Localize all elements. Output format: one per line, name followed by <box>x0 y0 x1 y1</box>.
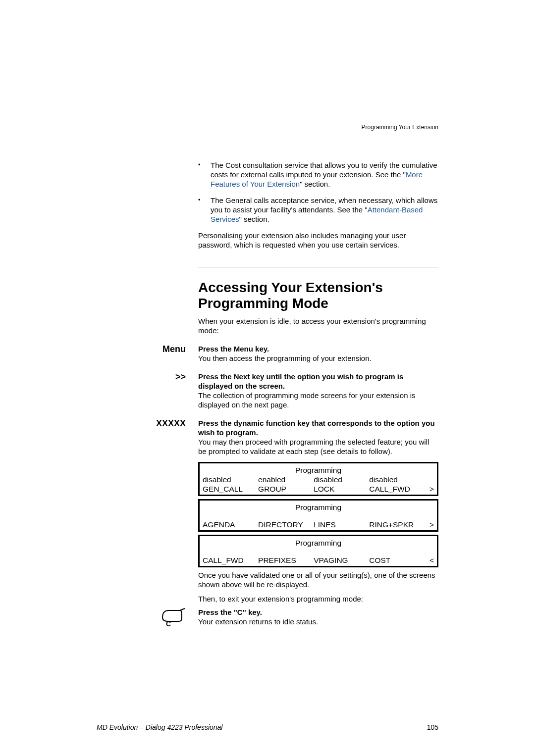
step-label-next: >> <box>97 372 198 382</box>
section-intro: When your extension is idle, to access y… <box>198 316 438 335</box>
bullet-item: • The General calls acceptance service, … <box>198 196 438 224</box>
lcd-screen-3: Programming CALL_FWD PREFIXES VPAGING CO… <box>198 535 438 567</box>
bullet-dot: • <box>198 160 211 169</box>
step-menu-text: You then access the programming of your … <box>198 353 438 363</box>
lcd-cell: DIRECTORY <box>258 520 311 529</box>
c-key-icon: C <box>161 618 186 628</box>
step-dynamic: XXXXX Press the dynamic function key tha… <box>97 418 438 604</box>
after-screens-text: Once you have validated one or all of yo… <box>198 570 438 589</box>
step-menu-bold: Press the Menu key. <box>198 344 438 353</box>
lcd-cell: GEN_CALL <box>203 484 256 494</box>
exit-intro-text: Then, to exit your extension's programmi… <box>198 594 438 604</box>
lcd-screen-1: Programming disabled enabled disabled di… <box>198 462 438 496</box>
lcd-cell: CALL_FWD <box>203 555 256 565</box>
step-menu: Menu Press the Menu key. You then access… <box>97 344 438 363</box>
lcd-title: Programming <box>203 503 434 512</box>
page-footer: MD Evolution – Dialog 4223 Professional … <box>97 723 438 731</box>
bullet-text: The Cost consultation service that allow… <box>211 160 438 189</box>
step-next-text: The collection of programming mode scree… <box>198 391 438 409</box>
lcd-cell: LOCK <box>314 484 367 494</box>
step-next-bold: Press the Next key until the option you … <box>198 372 438 391</box>
lcd-title: Programming <box>203 538 434 548</box>
intro-paragraph: Personalising your extension also includ… <box>198 231 438 250</box>
lcd-cell: COST <box>369 555 422 565</box>
bullet-item: • The Cost consultation service that all… <box>198 160 438 189</box>
section-divider <box>198 267 438 267</box>
c-key-bold: Press the "C" key. <box>198 607 438 617</box>
lcd-arrow-right-icon: > <box>425 484 434 494</box>
lcd-cell: disabled <box>314 475 367 484</box>
footer-product: MD Evolution – Dialog 4223 Professional <box>97 723 222 731</box>
lcd-screen-2: Programming AGENDA DIRECTORY LINES RING+… <box>198 499 438 532</box>
lcd-cell: LINES <box>314 520 367 529</box>
section-heading: Accessing Your Extension's Programming M… <box>198 280 438 311</box>
lcd-arrow-right-icon: > <box>425 520 434 529</box>
c-key-text: Your extension returns to idle status. <box>198 617 438 626</box>
lcd-arrow-left-icon: < <box>425 555 434 565</box>
step-dyn-bold: Press the dynamic function key that corr… <box>198 418 438 437</box>
bullet-post: " section. <box>239 215 269 223</box>
bullet-pre: The Cost consultation service that allow… <box>211 161 437 179</box>
svg-text:C: C <box>166 620 171 626</box>
step-dyn-text: You may then proceed with programming th… <box>198 437 438 456</box>
lcd-cell: disabled <box>369 475 422 484</box>
bullet-post: " section. <box>300 180 330 188</box>
step-label-dynamic: XXXXX <box>97 418 198 429</box>
lcd-cell: GROUP <box>258 484 311 494</box>
lcd-cell: PREFIXES <box>258 555 311 565</box>
step-c-key: C Press the "C" key. Your extension retu… <box>97 607 438 629</box>
page-header-tag: Programming Your Extension <box>97 124 438 131</box>
lcd-cell: VPAGING <box>314 555 367 565</box>
lcd-cell: AGENDA <box>203 520 256 529</box>
step-next: >> Press the Next key until the option y… <box>97 372 438 409</box>
lcd-cell: disabled <box>203 475 256 484</box>
step-label-menu: Menu <box>97 344 198 354</box>
bullet-dot: • <box>198 196 211 204</box>
bullet-text: The General calls acceptance service, wh… <box>211 196 438 224</box>
lcd-title: Programming <box>203 465 434 475</box>
lcd-cell: enabled <box>258 475 311 484</box>
lcd-cell: RING+SPKR <box>369 520 422 529</box>
lcd-cell: CALL_FWD <box>369 484 422 494</box>
footer-page-number: 105 <box>427 723 438 731</box>
